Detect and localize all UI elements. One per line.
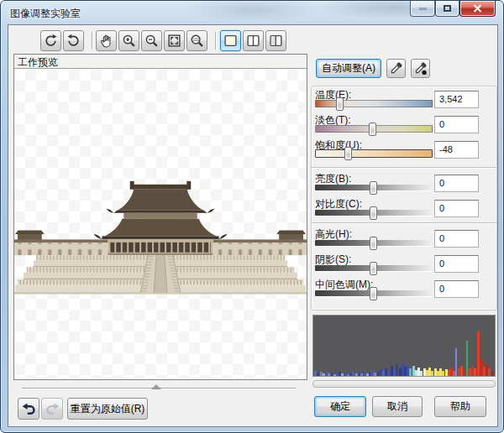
full-preview-icon — [223, 34, 238, 48]
rotate-cw-icon — [66, 34, 81, 48]
redo-icon — [45, 402, 60, 416]
slider-tint: 淡色(T): 0 — [311, 113, 497, 138]
window-title: 图像调整实验室 — [10, 7, 81, 21]
slider-brightness: 亮度(B): 0 — [311, 172, 497, 197]
shadows-value-input[interactable]: 0 — [434, 255, 479, 273]
zoom-out-icon — [144, 34, 159, 48]
brightness-slider-thumb[interactable] — [370, 181, 377, 195]
zoom-100-button[interactable]: 100 — [186, 30, 207, 51]
brightness-slider-track[interactable] — [315, 185, 433, 190]
shadows-slider-track[interactable] — [315, 265, 433, 271]
auto-adjust-button[interactable]: 自动调整(A) — [316, 59, 381, 78]
midtones-value-input[interactable]: 0 — [434, 280, 479, 298]
white-eyedropper-icon — [389, 61, 403, 76]
rotate-ccw-icon — [44, 34, 58, 48]
pan-button[interactable] — [96, 30, 117, 51]
slider-temperature: 温度(E): 3,542 — [311, 88, 497, 113]
preview-canvas[interactable] — [14, 70, 307, 379]
split-preview-icon — [269, 34, 283, 48]
saturation-value-input[interactable]: -48 — [434, 141, 479, 159]
histogram-bar — [474, 368, 476, 376]
slider-midtones: 中间色调(M): 0 — [311, 278, 497, 303]
slider-saturation: 饱和度(U): -48 — [311, 138, 497, 164]
collapse-panel-handle[interactable] — [151, 384, 161, 389]
temperature-slider-track[interactable] — [315, 100, 433, 107]
highlights-slider-track[interactable] — [315, 240, 433, 246]
toolbar-separator — [215, 32, 217, 50]
split-preview-button[interactable] — [265, 30, 286, 51]
group-separator — [312, 167, 496, 169]
black-eyedropper-icon — [413, 61, 428, 76]
brightness-value-input[interactable]: 0 — [434, 175, 479, 192]
midtones-slider-track[interactable] — [315, 290, 433, 296]
undo-button[interactable] — [18, 398, 39, 420]
maximize-button[interactable] — [435, 1, 459, 17]
histogram-bar — [463, 369, 465, 376]
dialog-window: 图像调整实验室 — [0, 0, 504, 433]
highlights-value-input[interactable]: 0 — [434, 230, 479, 248]
histogram-bar — [477, 331, 480, 376]
rotate-ccw-button[interactable] — [40, 30, 61, 51]
dialog-client-area: 100 — [8, 24, 498, 427]
before-after-preview-button[interactable] — [243, 30, 264, 51]
preview-panel: 工作预览 — [13, 54, 307, 380]
saturation-slider-track[interactable] — [315, 149, 433, 158]
highlights-slider-thumb[interactable] — [370, 237, 377, 250]
zoom-100-icon: 100 — [190, 34, 204, 48]
adjustment-panel: 自动调整(A) 温度(E): — [311, 25, 499, 428]
temperature-value-input[interactable]: 3,542 — [434, 91, 479, 108]
minimize-icon — [419, 8, 427, 10]
tint-value-input[interactable]: 0 — [434, 116, 479, 133]
contrast-slider-thumb[interactable] — [370, 206, 377, 220]
histogram-bar — [466, 341, 468, 376]
preview-image-palace — [14, 172, 307, 295]
svg-text:100: 100 — [192, 38, 199, 42]
slider-contrast: 对比度(C): 0 — [311, 197, 497, 222]
contrast-value-input[interactable]: 0 — [434, 200, 479, 217]
black-point-eyedropper-button[interactable] — [411, 59, 430, 78]
tint-slider-thumb[interactable] — [369, 123, 376, 136]
rotate-cw-button[interactable] — [63, 30, 84, 51]
zoom-out-button[interactable] — [141, 30, 162, 51]
reset-button[interactable]: 重置为原始值(R) — [67, 398, 148, 420]
close-button[interactable] — [459, 1, 496, 17]
toolbar-separator — [92, 32, 93, 50]
midtones-slider-thumb[interactable] — [370, 287, 377, 300]
undo-icon — [22, 402, 36, 416]
redo-button[interactable] — [41, 398, 63, 420]
temperature-slider-thumb[interactable] — [336, 97, 344, 111]
saturation-slider-thumb[interactable] — [344, 147, 352, 160]
zoom-to-fit-icon — [167, 34, 181, 48]
histogram-scrollbar[interactable] — [312, 380, 496, 388]
zoom-in-icon — [122, 34, 136, 48]
maximize-icon — [444, 5, 451, 12]
contrast-slider-track[interactable] — [315, 210, 433, 216]
before-after-preview-icon — [246, 34, 260, 48]
cancel-button[interactable]: 取消 — [372, 396, 423, 417]
zoom-in-button[interactable] — [118, 30, 139, 51]
white-point-eyedropper-button[interactable] — [386, 59, 406, 78]
histogram-bar — [491, 371, 494, 376]
pan-hand-icon — [99, 34, 113, 48]
zoom-to-fit-button[interactable] — [164, 30, 185, 51]
ok-button[interactable]: 确定 — [314, 396, 366, 417]
group-separator — [312, 222, 496, 224]
help-button[interactable]: 帮助 — [434, 396, 486, 417]
slider-highlights: 高光(H): 0 — [311, 227, 497, 253]
full-preview-button[interactable] — [220, 30, 241, 51]
shadows-slider-thumb[interactable] — [370, 262, 377, 275]
histogram — [312, 315, 496, 377]
close-icon — [473, 4, 482, 13]
minimize-button[interactable] — [410, 1, 435, 17]
slider-shadows: 阴影(S): 0 — [311, 253, 497, 278]
tint-slider-track[interactable] — [315, 125, 433, 133]
preview-header: 工作预览 — [14, 55, 307, 69]
